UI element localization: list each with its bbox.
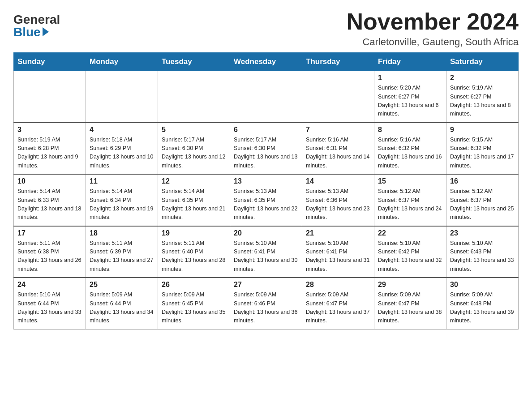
logo-blue: Blue — [13, 26, 49, 39]
day-number: 15 — [378, 177, 442, 185]
month-title: November 2024 — [347, 9, 519, 34]
day-number: 23 — [450, 229, 515, 237]
calendar-cell: 13Sunrise: 5:13 AMSunset: 6:35 PMDayligh… — [230, 174, 302, 226]
day-info: Sunrise: 5:12 AMSunset: 6:37 PMDaylight:… — [378, 187, 442, 222]
calendar-cell: 30Sunrise: 5:09 AMSunset: 6:48 PMDayligh… — [446, 278, 519, 329]
day-info: Sunrise: 5:14 AMSunset: 6:34 PMDaylight:… — [90, 187, 154, 222]
day-number: 2 — [450, 74, 515, 82]
logo-general: General — [13, 13, 60, 26]
calendar-cell: 24Sunrise: 5:10 AMSunset: 6:44 PMDayligh… — [14, 278, 86, 329]
day-number: 18 — [90, 229, 154, 237]
weekday-header-sunday: Sunday — [14, 53, 86, 71]
calendar-cell: 19Sunrise: 5:11 AMSunset: 6:40 PMDayligh… — [158, 226, 230, 278]
calendar-cell: 26Sunrise: 5:09 AMSunset: 6:45 PMDayligh… — [158, 278, 230, 329]
day-info: Sunrise: 5:10 AMSunset: 6:41 PMDaylight:… — [306, 239, 370, 274]
day-info: Sunrise: 5:15 AMSunset: 6:32 PMDaylight:… — [450, 136, 515, 171]
day-info: Sunrise: 5:09 AMSunset: 6:47 PMDaylight:… — [306, 291, 370, 325]
day-info: Sunrise: 5:11 AMSunset: 6:39 PMDaylight:… — [90, 239, 154, 274]
day-info: Sunrise: 5:10 AMSunset: 6:41 PMDaylight:… — [234, 239, 298, 274]
calendar-cell: 7Sunrise: 5:16 AMSunset: 6:31 PMDaylight… — [302, 123, 374, 175]
day-info: Sunrise: 5:11 AMSunset: 6:38 PMDaylight:… — [17, 239, 82, 274]
day-number: 4 — [90, 126, 154, 134]
day-number: 30 — [450, 281, 515, 289]
calendar-cell: 3Sunrise: 5:19 AMSunset: 6:28 PMDaylight… — [14, 123, 86, 175]
calendar-week-row: 24Sunrise: 5:10 AMSunset: 6:44 PMDayligh… — [14, 278, 519, 329]
day-info: Sunrise: 5:10 AMSunset: 6:43 PMDaylight:… — [450, 239, 515, 274]
day-info: Sunrise: 5:09 AMSunset: 6:46 PMDaylight:… — [234, 291, 298, 325]
weekday-header-monday: Monday — [86, 53, 158, 71]
weekday-header-thursday: Thursday — [302, 53, 374, 71]
calendar-cell — [302, 71, 374, 123]
calendar-cell — [14, 71, 86, 123]
day-number: 28 — [306, 281, 370, 289]
calendar-cell: 6Sunrise: 5:17 AMSunset: 6:30 PMDaylight… — [230, 123, 302, 175]
day-info: Sunrise: 5:19 AMSunset: 6:27 PMDaylight:… — [450, 84, 515, 119]
logo-arrow-icon — [43, 27, 49, 36]
day-number: 11 — [90, 177, 154, 185]
calendar-cell: 8Sunrise: 5:16 AMSunset: 6:32 PMDaylight… — [374, 123, 446, 175]
day-number: 10 — [17, 177, 82, 185]
calendar-cell: 15Sunrise: 5:12 AMSunset: 6:37 PMDayligh… — [374, 174, 446, 226]
calendar-table: SundayMondayTuesdayWednesdayThursdayFrid… — [13, 52, 519, 330]
calendar-cell: 11Sunrise: 5:14 AMSunset: 6:34 PMDayligh… — [86, 174, 158, 226]
calendar-cell: 14Sunrise: 5:13 AMSunset: 6:36 PMDayligh… — [302, 174, 374, 226]
day-number: 29 — [378, 281, 442, 289]
calendar-cell: 4Sunrise: 5:18 AMSunset: 6:29 PMDaylight… — [86, 123, 158, 175]
day-info: Sunrise: 5:09 AMSunset: 6:48 PMDaylight:… — [450, 291, 515, 325]
day-number: 19 — [162, 229, 226, 237]
title-block: November 2024 Carletonville, Gauteng, So… — [347, 9, 519, 48]
weekday-header-tuesday: Tuesday — [158, 53, 230, 71]
calendar-cell: 21Sunrise: 5:10 AMSunset: 6:41 PMDayligh… — [302, 226, 374, 278]
day-info: Sunrise: 5:16 AMSunset: 6:31 PMDaylight:… — [306, 136, 370, 171]
day-info: Sunrise: 5:10 AMSunset: 6:42 PMDaylight:… — [378, 239, 442, 274]
calendar-cell: 22Sunrise: 5:10 AMSunset: 6:42 PMDayligh… — [374, 226, 446, 278]
day-info: Sunrise: 5:17 AMSunset: 6:30 PMDaylight:… — [234, 136, 298, 171]
calendar-cell — [230, 71, 302, 123]
calendar-cell: 5Sunrise: 5:17 AMSunset: 6:30 PMDaylight… — [158, 123, 230, 175]
day-info: Sunrise: 5:18 AMSunset: 6:29 PMDaylight:… — [90, 136, 154, 171]
calendar-cell: 25Sunrise: 5:09 AMSunset: 6:44 PMDayligh… — [86, 278, 158, 329]
calendar-cell: 27Sunrise: 5:09 AMSunset: 6:46 PMDayligh… — [230, 278, 302, 329]
day-number: 26 — [162, 281, 226, 289]
calendar-cell — [158, 71, 230, 123]
day-info: Sunrise: 5:14 AMSunset: 6:35 PMDaylight:… — [162, 187, 226, 222]
day-info: Sunrise: 5:12 AMSunset: 6:37 PMDaylight:… — [450, 187, 515, 222]
calendar-cell: 18Sunrise: 5:11 AMSunset: 6:39 PMDayligh… — [86, 226, 158, 278]
calendar-cell — [86, 71, 158, 123]
day-number: 3 — [17, 126, 82, 134]
calendar-cell: 10Sunrise: 5:14 AMSunset: 6:33 PMDayligh… — [14, 174, 86, 226]
calendar-cell: 12Sunrise: 5:14 AMSunset: 6:35 PMDayligh… — [158, 174, 230, 226]
day-info: Sunrise: 5:10 AMSunset: 6:44 PMDaylight:… — [17, 291, 82, 325]
weekday-header-wednesday: Wednesday — [230, 53, 302, 71]
day-number: 22 — [378, 229, 442, 237]
calendar-week-row: 3Sunrise: 5:19 AMSunset: 6:28 PMDaylight… — [14, 123, 519, 175]
calendar-cell: 29Sunrise: 5:09 AMSunset: 6:47 PMDayligh… — [374, 278, 446, 329]
day-number: 20 — [234, 229, 298, 237]
logo: General Blue — [13, 13, 60, 39]
calendar-week-row: 10Sunrise: 5:14 AMSunset: 6:33 PMDayligh… — [14, 174, 519, 226]
day-number: 6 — [234, 126, 298, 134]
day-info: Sunrise: 5:19 AMSunset: 6:28 PMDaylight:… — [17, 136, 82, 171]
calendar-cell: 1Sunrise: 5:20 AMSunset: 6:27 PMDaylight… — [374, 71, 446, 123]
day-number: 17 — [17, 229, 82, 237]
day-number: 5 — [162, 126, 226, 134]
day-number: 13 — [234, 177, 298, 185]
day-number: 1 — [378, 74, 442, 82]
day-number: 27 — [234, 281, 298, 289]
day-info: Sunrise: 5:09 AMSunset: 6:45 PMDaylight:… — [162, 291, 226, 325]
day-info: Sunrise: 5:11 AMSunset: 6:40 PMDaylight:… — [162, 239, 226, 274]
weekday-header-saturday: Saturday — [446, 53, 519, 71]
location-title: Carletonville, Gauteng, South Africa — [347, 36, 519, 48]
calendar-week-row: 1Sunrise: 5:20 AMSunset: 6:27 PMDaylight… — [14, 71, 519, 123]
day-info: Sunrise: 5:09 AMSunset: 6:44 PMDaylight:… — [90, 291, 154, 325]
day-number: 14 — [306, 177, 370, 185]
calendar-week-row: 17Sunrise: 5:11 AMSunset: 6:38 PMDayligh… — [14, 226, 519, 278]
calendar-cell: 23Sunrise: 5:10 AMSunset: 6:43 PMDayligh… — [446, 226, 519, 278]
calendar-cell: 28Sunrise: 5:09 AMSunset: 6:47 PMDayligh… — [302, 278, 374, 329]
calendar-cell: 2Sunrise: 5:19 AMSunset: 6:27 PMDaylight… — [446, 71, 519, 123]
day-number: 25 — [90, 281, 154, 289]
day-number: 8 — [378, 126, 442, 134]
calendar-cell: 17Sunrise: 5:11 AMSunset: 6:38 PMDayligh… — [14, 226, 86, 278]
day-info: Sunrise: 5:16 AMSunset: 6:32 PMDaylight:… — [378, 136, 442, 171]
day-number: 9 — [450, 126, 515, 134]
